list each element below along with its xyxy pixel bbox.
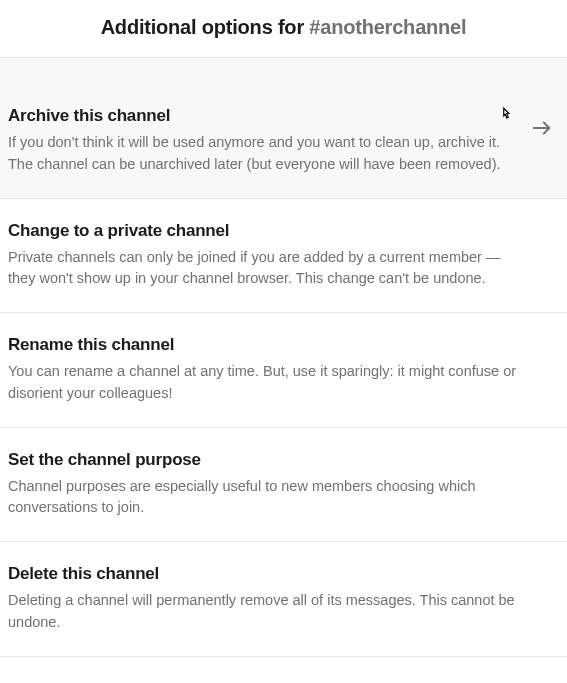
option-description: Channel purposes are especially useful t… [8, 476, 517, 520]
option-title: Rename this channel [8, 335, 517, 355]
option-description: Private channels can only be joined if y… [8, 247, 517, 291]
option-delete-channel[interactable]: Delete this channel Deleting a channel w… [0, 542, 567, 657]
title-prefix: Additional options for [101, 16, 310, 38]
channel-name: #anotherchannel [309, 16, 466, 38]
page-title: Additional options for #anotherchannel [8, 16, 559, 39]
option-title: Change to a private channel [8, 221, 517, 241]
arrow-right-icon [531, 117, 553, 139]
options-list: Archive this channel If you don't think … [0, 58, 567, 657]
option-change-private[interactable]: Change to a private channel Private chan… [0, 199, 567, 314]
option-rename-channel[interactable]: Rename this channel You can rename a cha… [0, 313, 567, 428]
option-description: Deleting a channel will permanently remo… [8, 590, 517, 634]
option-description: If you don't think it will be used anymo… [8, 132, 517, 176]
option-title: Archive this channel [8, 106, 517, 126]
option-archive-channel[interactable]: Archive this channel If you don't think … [0, 58, 567, 199]
option-set-purpose[interactable]: Set the channel purpose Channel purposes… [0, 428, 567, 543]
option-title: Delete this channel [8, 564, 517, 584]
option-title: Set the channel purpose [8, 450, 517, 470]
dialog-header: Additional options for #anotherchannel [0, 0, 567, 58]
option-description: You can rename a channel at any time. Bu… [8, 361, 517, 405]
